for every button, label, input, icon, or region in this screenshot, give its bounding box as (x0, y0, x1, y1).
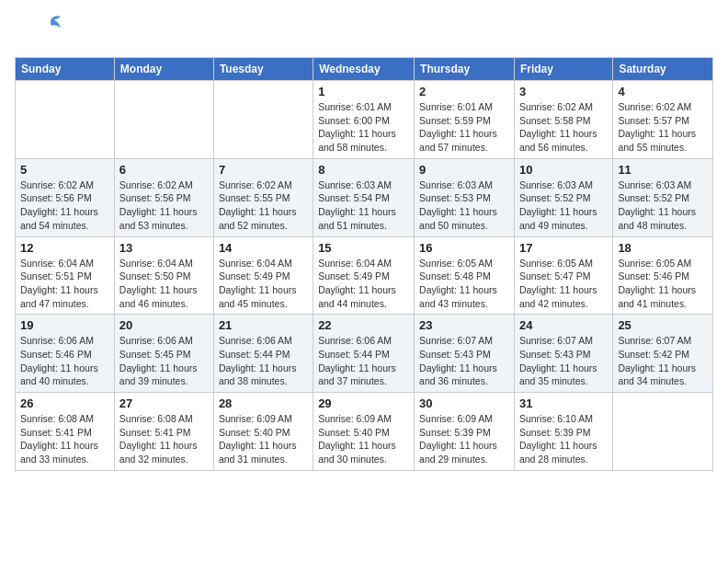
calendar-cell (16, 81, 115, 159)
calendar-cell: 20Sunrise: 6:06 AMSunset: 5:45 PMDayligh… (114, 315, 213, 393)
day-info: Sunrise: 6:01 AMSunset: 5:59 PMDaylight:… (419, 100, 509, 155)
calendar-cell: 6Sunrise: 6:02 AMSunset: 5:56 PMDaylight… (114, 158, 213, 236)
day-info: Sunrise: 6:04 AMSunset: 5:49 PMDaylight:… (318, 257, 409, 311)
calendar-body: 1Sunrise: 6:01 AMSunset: 6:00 PMDaylight… (16, 81, 713, 471)
calendar-cell: 23Sunrise: 6:07 AMSunset: 5:43 PMDayligh… (415, 315, 515, 393)
calendar-cell (114, 81, 213, 159)
day-number: 17 (519, 241, 608, 255)
day-info: Sunrise: 6:08 AMSunset: 5:41 PMDaylight:… (20, 412, 109, 466)
calendar-cell: 27Sunrise: 6:08 AMSunset: 5:41 PMDayligh… (114, 393, 213, 471)
day-info: Sunrise: 6:01 AMSunset: 6:00 PMDaylight:… (318, 100, 409, 155)
calendar-cell: 10Sunrise: 6:03 AMSunset: 5:52 PMDayligh… (514, 158, 612, 236)
day-number: 20 (119, 318, 209, 332)
calendar-cell: 1Sunrise: 6:01 AMSunset: 6:00 PMDaylight… (313, 81, 415, 159)
day-number: 5 (20, 163, 109, 177)
day-number: 18 (618, 241, 708, 255)
day-number: 28 (219, 396, 308, 410)
weekday-header-monday: Monday (114, 58, 213, 81)
calendar-cell: 26Sunrise: 6:08 AMSunset: 5:41 PMDayligh… (16, 393, 115, 471)
calendar-cell: 22Sunrise: 6:06 AMSunset: 5:44 PMDayligh… (313, 315, 415, 393)
day-number: 30 (419, 396, 509, 410)
day-info: Sunrise: 6:03 AMSunset: 5:54 PMDaylight:… (318, 178, 409, 233)
day-info: Sunrise: 6:03 AMSunset: 5:53 PMDaylight:… (419, 178, 509, 233)
day-info: Sunrise: 6:06 AMSunset: 5:44 PMDaylight:… (219, 334, 308, 388)
day-number: 6 (119, 163, 209, 177)
day-number: 11 (618, 163, 708, 177)
calendar-cell: 2Sunrise: 6:01 AMSunset: 5:59 PMDaylight… (415, 81, 515, 159)
logo (15, 15, 63, 50)
calendar-cell: 4Sunrise: 6:02 AMSunset: 5:57 PMDaylight… (613, 81, 713, 159)
calendar-cell: 12Sunrise: 6:04 AMSunset: 5:51 PMDayligh… (16, 236, 115, 315)
day-number: 16 (419, 241, 509, 255)
calendar-table: SundayMondayTuesdayWednesdayThursdayFrid… (15, 57, 713, 471)
day-number: 14 (219, 241, 308, 255)
day-info: Sunrise: 6:04 AMSunset: 5:51 PMDaylight:… (20, 257, 109, 311)
day-number: 21 (219, 318, 308, 332)
day-info: Sunrise: 6:06 AMSunset: 5:45 PMDaylight:… (119, 334, 209, 388)
day-info: Sunrise: 6:04 AMSunset: 5:49 PMDaylight:… (219, 257, 308, 311)
day-info: Sunrise: 6:07 AMSunset: 5:43 PMDaylight:… (519, 334, 608, 388)
day-number: 13 (119, 241, 209, 255)
calendar-cell: 18Sunrise: 6:05 AMSunset: 5:46 PMDayligh… (613, 236, 713, 315)
calendar-header-row: SundayMondayTuesdayWednesdayThursdayFrid… (16, 58, 713, 81)
day-number: 29 (318, 396, 409, 410)
calendar-cell: 3Sunrise: 6:02 AMSunset: 5:58 PMDaylight… (514, 81, 612, 159)
calendar-cell: 21Sunrise: 6:06 AMSunset: 5:44 PMDayligh… (213, 315, 313, 393)
day-number: 22 (318, 318, 409, 332)
day-info: Sunrise: 6:06 AMSunset: 5:46 PMDaylight:… (20, 334, 109, 388)
day-info: Sunrise: 6:03 AMSunset: 5:52 PMDaylight:… (519, 178, 608, 233)
logo-bird-icon (42, 15, 63, 33)
day-info: Sunrise: 6:03 AMSunset: 5:52 PMDaylight:… (618, 178, 708, 233)
calendar-cell: 29Sunrise: 6:09 AMSunset: 5:40 PMDayligh… (313, 393, 415, 471)
calendar-cell: 16Sunrise: 6:05 AMSunset: 5:48 PMDayligh… (415, 236, 515, 315)
day-number: 2 (419, 85, 509, 98)
day-info: Sunrise: 6:05 AMSunset: 5:46 PMDaylight:… (618, 257, 708, 311)
day-info: Sunrise: 6:02 AMSunset: 5:58 PMDaylight:… (519, 100, 608, 155)
calendar-cell: 24Sunrise: 6:07 AMSunset: 5:43 PMDayligh… (514, 315, 612, 393)
weekday-header-wednesday: Wednesday (313, 58, 415, 81)
weekday-header-thursday: Thursday (415, 58, 515, 81)
calendar-week-4: 19Sunrise: 6:06 AMSunset: 5:46 PMDayligh… (16, 315, 713, 393)
day-info: Sunrise: 6:09 AMSunset: 5:40 PMDaylight:… (219, 412, 308, 466)
calendar-cell: 7Sunrise: 6:02 AMSunset: 5:55 PMDaylight… (213, 158, 313, 236)
calendar-cell: 11Sunrise: 6:03 AMSunset: 5:52 PMDayligh… (613, 158, 713, 236)
calendar-week-3: 12Sunrise: 6:04 AMSunset: 5:51 PMDayligh… (16, 236, 713, 315)
day-info: Sunrise: 6:07 AMSunset: 5:42 PMDaylight:… (618, 334, 708, 388)
weekday-header-saturday: Saturday (613, 58, 713, 81)
day-number: 7 (219, 163, 308, 177)
day-number: 19 (20, 318, 109, 332)
calendar-cell: 30Sunrise: 6:09 AMSunset: 5:39 PMDayligh… (415, 393, 515, 471)
day-info: Sunrise: 6:02 AMSunset: 5:56 PMDaylight:… (119, 178, 209, 233)
day-info: Sunrise: 6:02 AMSunset: 5:57 PMDaylight:… (618, 100, 708, 155)
day-number: 26 (20, 396, 109, 410)
day-number: 27 (119, 396, 209, 410)
day-number: 1 (318, 85, 409, 98)
day-number: 10 (519, 163, 608, 177)
calendar-cell: 31Sunrise: 6:10 AMSunset: 5:39 PMDayligh… (514, 393, 612, 471)
weekday-header-friday: Friday (514, 58, 612, 81)
day-info: Sunrise: 6:08 AMSunset: 5:41 PMDaylight:… (119, 412, 209, 466)
day-info: Sunrise: 6:05 AMSunset: 5:47 PMDaylight:… (519, 257, 608, 311)
day-number: 9 (419, 163, 509, 177)
day-number: 12 (20, 241, 109, 255)
calendar-cell (613, 393, 713, 471)
calendar-cell: 8Sunrise: 6:03 AMSunset: 5:54 PMDaylight… (313, 158, 415, 236)
calendar-cell: 14Sunrise: 6:04 AMSunset: 5:49 PMDayligh… (213, 236, 313, 315)
calendar-cell: 13Sunrise: 6:04 AMSunset: 5:50 PMDayligh… (114, 236, 213, 315)
page-header (15, 15, 713, 50)
day-number: 24 (519, 318, 608, 332)
calendar-cell: 25Sunrise: 6:07 AMSunset: 5:42 PMDayligh… (613, 315, 713, 393)
calendar-cell: 28Sunrise: 6:09 AMSunset: 5:40 PMDayligh… (213, 393, 313, 471)
day-info: Sunrise: 6:07 AMSunset: 5:43 PMDaylight:… (419, 334, 509, 388)
day-info: Sunrise: 6:02 AMSunset: 5:55 PMDaylight:… (219, 178, 308, 233)
day-info: Sunrise: 6:09 AMSunset: 5:40 PMDaylight:… (318, 412, 409, 466)
weekday-header-sunday: Sunday (16, 58, 115, 81)
calendar-week-5: 26Sunrise: 6:08 AMSunset: 5:41 PMDayligh… (16, 393, 713, 471)
day-info: Sunrise: 6:04 AMSunset: 5:50 PMDaylight:… (119, 257, 209, 311)
calendar-cell: 15Sunrise: 6:04 AMSunset: 5:49 PMDayligh… (313, 236, 415, 315)
calendar-cell: 5Sunrise: 6:02 AMSunset: 5:56 PMDaylight… (16, 158, 115, 236)
day-info: Sunrise: 6:06 AMSunset: 5:44 PMDaylight:… (318, 334, 409, 388)
calendar-cell: 19Sunrise: 6:06 AMSunset: 5:46 PMDayligh… (16, 315, 115, 393)
title-block (63, 15, 713, 17)
calendar-cell: 17Sunrise: 6:05 AMSunset: 5:47 PMDayligh… (514, 236, 612, 315)
